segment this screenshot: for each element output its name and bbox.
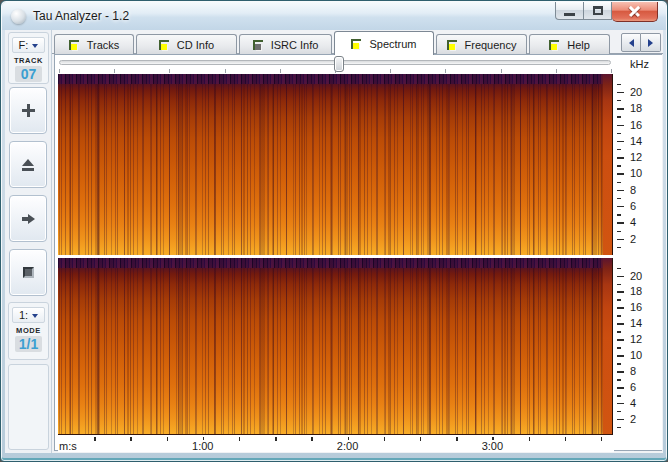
time-tick xyxy=(94,437,95,441)
freq-tick xyxy=(617,157,624,158)
tab-status-indicator-icon xyxy=(69,40,79,50)
freq-tick xyxy=(617,231,621,232)
scroll-left-icon xyxy=(629,39,634,47)
close-button[interactable] xyxy=(612,2,658,22)
freq-tick xyxy=(617,173,624,174)
freq-tick xyxy=(617,268,621,269)
tab-label: Help xyxy=(567,39,590,51)
freq-tick xyxy=(617,427,621,428)
tab-scroll-buttons xyxy=(621,33,661,52)
time-tick xyxy=(311,437,312,441)
spectrogram-channel-1 xyxy=(58,74,613,255)
maximize-icon xyxy=(593,6,603,15)
slider-tick xyxy=(59,69,60,73)
freq-tick xyxy=(617,387,624,388)
minimize-button[interactable] xyxy=(555,2,584,20)
freq-tick xyxy=(617,355,624,356)
freq-tick xyxy=(617,299,621,300)
spectrum-panel: kHz 2018161412108642 2018161412108642 m:… xyxy=(54,54,662,451)
time-tick xyxy=(130,437,131,441)
frequency-axis: kHz 2018161412108642 2018161412108642 xyxy=(614,55,662,450)
mode-selector-value: 1: xyxy=(19,309,28,321)
time-axis: m:s 1:002:003:00 xyxy=(58,437,614,452)
freq-tick-label: 12 xyxy=(630,151,652,163)
freq-tick xyxy=(617,116,621,117)
eject-icon xyxy=(22,159,34,171)
mode-label: MODE xyxy=(9,326,48,335)
drive-selector[interactable]: F: xyxy=(12,37,45,53)
freq-tick xyxy=(617,411,621,412)
freq-tick xyxy=(617,371,624,372)
freq-tick xyxy=(617,323,624,324)
mode-selector[interactable]: 1: xyxy=(12,307,45,323)
tab-status-indicator-icon xyxy=(159,40,169,50)
spectrogram-highfreq-band xyxy=(58,258,612,268)
sidebar: F: TRACK 07 1: xyxy=(5,30,52,453)
freq-tick-label: 6 xyxy=(630,381,652,393)
freq-tick-label: 4 xyxy=(630,397,652,409)
tab-bar: Tracks CD Info ISRC Info Spectrum xyxy=(52,30,663,54)
freq-tick-label: 4 xyxy=(630,216,652,228)
caption-buttons xyxy=(555,2,658,22)
frequency-axis-unit: kHz xyxy=(630,58,649,70)
zoom-slider-thumb[interactable] xyxy=(334,56,344,72)
close-icon xyxy=(628,5,641,18)
drive-selector-value: F: xyxy=(19,39,29,51)
stop-button[interactable] xyxy=(9,249,47,296)
tab-tracks[interactable]: Tracks xyxy=(54,34,134,54)
tab-frequency[interactable]: Frequency xyxy=(436,34,527,54)
forward-button[interactable] xyxy=(9,195,47,242)
add-button[interactable] xyxy=(9,87,47,134)
freq-tick xyxy=(617,247,621,248)
tab-label: Tracks xyxy=(87,39,120,51)
tab-status-indicator-icon xyxy=(351,39,361,49)
tab-help[interactable]: Help xyxy=(529,34,610,54)
slider-tick xyxy=(280,69,281,73)
freq-tick-label: 2 xyxy=(630,233,652,245)
sidebar-filler-panel xyxy=(8,364,49,450)
freq-tick-label: 10 xyxy=(630,167,652,179)
freq-tick xyxy=(617,190,624,191)
frequency-ticks-panel-2: 2018161412108642 xyxy=(614,258,662,435)
tab-label: CD Info xyxy=(177,39,214,51)
tab-label: Frequency xyxy=(465,39,517,51)
freq-tick-label: 8 xyxy=(630,184,652,196)
tab-label: Spectrum xyxy=(369,38,416,50)
tab-status-indicator-icon xyxy=(447,40,457,50)
freq-tick-label: 20 xyxy=(630,86,652,98)
tab-spectrum[interactable]: Spectrum xyxy=(334,31,434,55)
window-title: Tau Analyzer - 1.2 xyxy=(33,9,129,23)
mode-value: 1/1 xyxy=(15,336,42,352)
plus-icon xyxy=(22,104,35,117)
titlebar[interactable]: Tau Analyzer - 1.2 xyxy=(2,2,666,30)
freq-tick xyxy=(617,291,624,292)
mode-group: 1: MODE 1/1 xyxy=(8,302,49,360)
freq-tick-label: 18 xyxy=(630,285,652,297)
freq-tick xyxy=(617,214,621,215)
freq-tick-label: 2 xyxy=(630,413,652,425)
time-tick xyxy=(456,437,457,441)
arrow-right-icon xyxy=(22,214,35,224)
time-tick xyxy=(167,437,168,441)
maximize-button[interactable] xyxy=(584,2,612,20)
tab-status-indicator-icon xyxy=(253,40,263,50)
freq-tick xyxy=(617,419,624,420)
frequency-ticks-panel-1: 2018161412108642 xyxy=(614,74,662,255)
tab-isrc-info[interactable]: ISRC Info xyxy=(239,34,332,54)
eject-button[interactable] xyxy=(9,141,47,188)
tab-scroll-right-button[interactable] xyxy=(641,33,661,52)
freq-tick xyxy=(617,363,621,364)
tab-cd-info[interactable]: CD Info xyxy=(136,34,237,54)
window-content: F: TRACK 07 1: xyxy=(5,30,663,453)
freq-tick xyxy=(617,182,621,183)
time-tick xyxy=(601,437,602,441)
freq-tick-label: 18 xyxy=(630,102,652,114)
track-value: 07 xyxy=(15,66,42,82)
tab-scroll-left-button[interactable] xyxy=(621,33,641,52)
freq-tick xyxy=(617,206,624,207)
freq-tick-label: 8 xyxy=(630,365,652,377)
freq-tick xyxy=(617,108,624,109)
scroll-right-icon xyxy=(648,39,653,47)
freq-tick xyxy=(617,395,621,396)
slider-tick xyxy=(114,69,115,73)
